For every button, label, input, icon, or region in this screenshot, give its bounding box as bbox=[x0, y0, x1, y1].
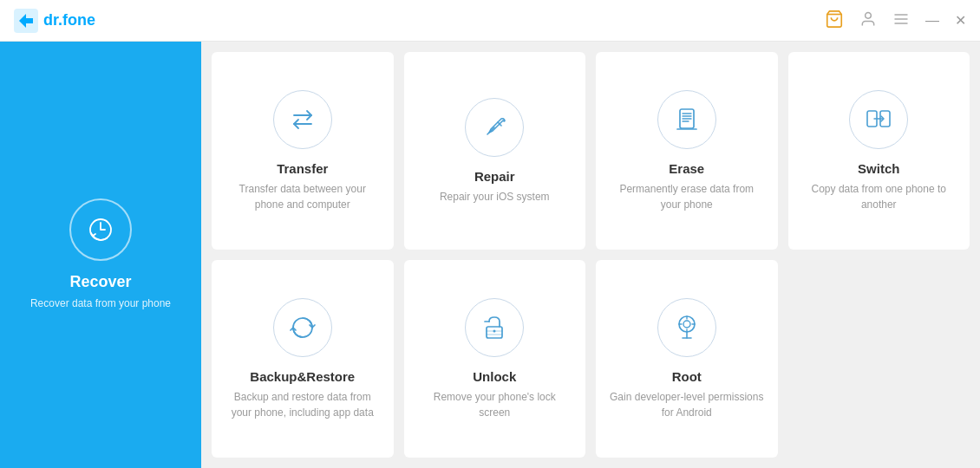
main-content: Recover Recover data from your phone Tra… bbox=[0, 42, 980, 468]
backup-icon-circle bbox=[273, 298, 332, 357]
logo-icon bbox=[14, 9, 38, 33]
sidebar-recover-desc: Recover data from your phone bbox=[30, 296, 171, 311]
repair-icon-circle bbox=[465, 98, 524, 157]
card-backup-restore[interactable]: Backup&Restore Backup and restore data f… bbox=[212, 260, 394, 458]
erase-title: Erase bbox=[669, 161, 704, 176]
backup-icon bbox=[287, 312, 318, 343]
root-icon bbox=[671, 312, 702, 343]
root-icon-circle bbox=[657, 298, 716, 357]
transfer-desc: Transfer data between your phone and com… bbox=[225, 181, 380, 212]
repair-icon bbox=[479, 112, 510, 143]
minimize-button[interactable]: — bbox=[925, 13, 939, 29]
backup-desc: Backup and restore data from your phone,… bbox=[225, 389, 380, 420]
logo: dr.fone bbox=[14, 9, 95, 33]
switch-desc: Copy data from one phone to another bbox=[802, 181, 957, 212]
logo-text: dr.fone bbox=[43, 11, 95, 29]
card-transfer[interactable]: Transfer Transfer data between your phon… bbox=[212, 52, 394, 250]
unlock-title: Unlock bbox=[473, 369, 516, 384]
switch-icon-circle bbox=[849, 90, 908, 149]
sidebar: Recover Recover data from your phone bbox=[0, 42, 201, 468]
root-desc: Gain developer-level permissions for And… bbox=[610, 389, 764, 420]
svg-point-24 bbox=[683, 321, 690, 328]
transfer-title: Transfer bbox=[277, 161, 328, 176]
repair-title: Repair bbox=[474, 169, 515, 184]
repair-desc: Repair your iOS system bbox=[440, 189, 550, 205]
close-button[interactable]: ✕ bbox=[955, 12, 966, 29]
user-icon[interactable] bbox=[859, 10, 877, 30]
erase-desc: Permanently erase data from your phone bbox=[610, 181, 764, 212]
erase-icon-circle bbox=[657, 90, 716, 149]
card-repair[interactable]: Repair Repair your iOS system bbox=[404, 52, 586, 250]
titlebar: dr.fone — ✕ bbox=[0, 0, 980, 42]
sidebar-recover-label: Recover bbox=[69, 273, 131, 291]
svg-point-2 bbox=[866, 13, 872, 19]
transfer-icon bbox=[287, 104, 318, 135]
cart-icon[interactable] bbox=[825, 10, 844, 31]
cards-grid: Transfer Transfer data between your phon… bbox=[201, 42, 980, 468]
card-unlock[interactable]: Unlock Remove your phone's lock screen bbox=[404, 260, 586, 458]
root-title: Root bbox=[672, 369, 702, 384]
switch-icon bbox=[863, 104, 894, 135]
menu-icon[interactable] bbox=[892, 10, 910, 30]
recover-icon-circle bbox=[69, 198, 132, 261]
unlock-desc: Remove your phone's lock screen bbox=[418, 389, 572, 420]
backup-title: Backup&Restore bbox=[250, 369, 355, 384]
unlock-icon bbox=[479, 312, 510, 343]
svg-point-22 bbox=[493, 329, 496, 332]
recover-icon bbox=[84, 213, 117, 246]
card-root[interactable]: Root Gain developer-level permissions fo… bbox=[596, 260, 778, 458]
erase-icon bbox=[671, 104, 702, 135]
card-switch[interactable]: Switch Copy data from one phone to anoth… bbox=[788, 52, 970, 250]
sidebar-item-recover[interactable]: Recover Recover data from your phone bbox=[30, 198, 171, 311]
titlebar-controls: — ✕ bbox=[825, 10, 966, 31]
switch-title: Switch bbox=[858, 161, 899, 176]
unlock-icon-circle bbox=[465, 298, 524, 357]
card-erase[interactable]: Erase Permanently erase data from your p… bbox=[596, 52, 778, 250]
transfer-icon-circle bbox=[273, 90, 332, 149]
